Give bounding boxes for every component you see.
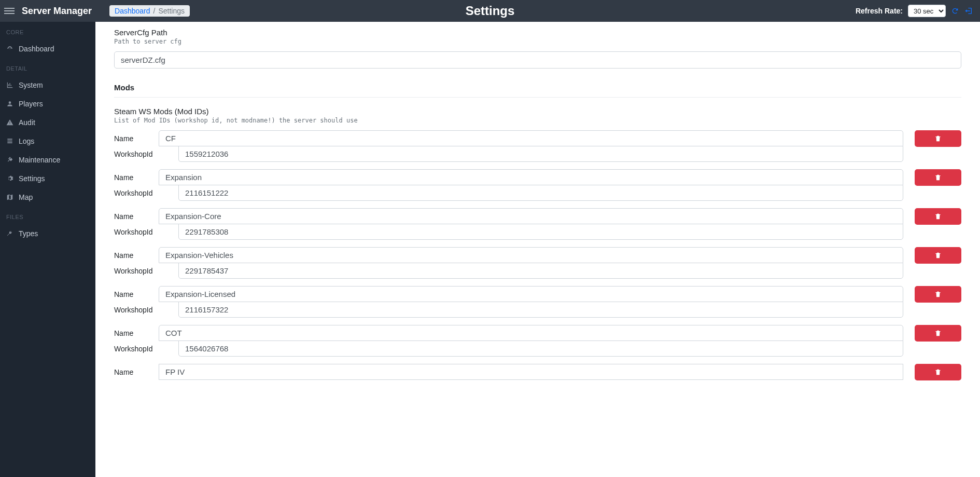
- breadcrumb-sep: /: [150, 7, 159, 15]
- sidebar-section-title: FILES: [0, 207, 95, 224]
- logout-icon[interactable]: [964, 7, 973, 15]
- mod-name-input[interactable]: [159, 247, 903, 263]
- mod-name-row: Name: [114, 247, 903, 263]
- mod-fields: Name: [114, 364, 903, 380]
- mods-section-title: Mods: [114, 83, 961, 92]
- delete-mod-button[interactable]: [915, 364, 961, 380]
- topbar: Server Manager Dashboard / Settings Sett…: [0, 0, 980, 22]
- mod-id-input[interactable]: [178, 302, 903, 318]
- sidebar-item-label: System: [19, 81, 43, 89]
- menu-toggle[interactable]: [4, 6, 15, 16]
- mod-name-label: Name: [114, 290, 159, 298]
- sidebar-section-title: CORE: [0, 22, 95, 39]
- sidebar-item-audit[interactable]: Audit: [0, 113, 95, 132]
- mod-id-label: WorkshopId: [114, 189, 159, 197]
- mod-id-row: WorkshopId: [114, 146, 903, 162]
- mod-id-input[interactable]: [178, 146, 903, 162]
- delete-mod-button[interactable]: [915, 325, 961, 342]
- servercfg-input[interactable]: [114, 51, 961, 69]
- mod-name-input[interactable]: [159, 286, 903, 302]
- wrench-icon: [6, 230, 13, 237]
- sidebar-item-label: Settings: [19, 174, 45, 183]
- map-icon: [6, 194, 13, 201]
- brand: Server Manager: [22, 6, 92, 17]
- sidebar-item-label: Logs: [19, 137, 34, 145]
- sidebar-item-settings[interactable]: Settings: [0, 169, 95, 188]
- mod-row: NameWorkshopId: [114, 169, 961, 201]
- sidebar-item-system[interactable]: System: [0, 76, 95, 94]
- sidebar-item-maintenance[interactable]: Maintenance: [0, 151, 95, 169]
- sidebar: COREDashboardDETAILSystemPlayersAuditLog…: [0, 22, 95, 411]
- mod-id-input[interactable]: [178, 263, 903, 279]
- mod-fields: NameWorkshopId: [114, 130, 903, 162]
- tools-icon: [6, 156, 13, 163]
- mod-name-row: Name: [114, 325, 903, 341]
- mod-row: NameWorkshopId: [114, 325, 961, 357]
- page-title: Settings: [466, 4, 515, 18]
- mod-name-input[interactable]: [159, 208, 903, 224]
- mod-id-input[interactable]: [178, 185, 903, 201]
- sidebar-item-players[interactable]: Players: [0, 94, 95, 113]
- sidebar-item-label: Audit: [19, 118, 35, 127]
- mod-row: NameWorkshopId: [114, 247, 961, 279]
- refresh-rate-select[interactable]: 30 sec: [908, 5, 946, 17]
- mod-name-label: Name: [114, 212, 159, 221]
- servercfg-label: ServerCfg Path: [114, 28, 961, 37]
- mod-name-label: Name: [114, 329, 159, 337]
- refresh-rate-label: Refresh Rate:: [856, 7, 903, 15]
- delete-mod-button[interactable]: [915, 247, 961, 264]
- section-divider: [114, 97, 961, 98]
- delete-mod-button[interactable]: [915, 286, 961, 303]
- mod-name-row: Name: [114, 208, 903, 224]
- refresh-icon[interactable]: [951, 7, 959, 15]
- mod-id-row: WorkshopId: [114, 340, 903, 357]
- mod-id-row: WorkshopId: [114, 263, 903, 279]
- mod-id-label: WorkshopId: [114, 306, 159, 314]
- mod-name-label: Name: [114, 251, 159, 260]
- steam-mods-field: Steam WS Mods (Mod IDs) List of Mod IDs …: [114, 107, 961, 380]
- mod-fields: NameWorkshopId: [114, 169, 903, 201]
- mod-name-input[interactable]: [159, 325, 903, 341]
- mod-name-label: Name: [114, 368, 159, 376]
- sidebar-item-label: Types: [19, 229, 38, 238]
- mod-name-input[interactable]: [159, 169, 903, 185]
- sidebar-item-dashboard[interactable]: Dashboard: [0, 39, 95, 58]
- sidebar-item-label: Players: [19, 100, 43, 108]
- mod-list: NameWorkshopIdNameWorkshopIdNameWorkshop…: [114, 130, 961, 380]
- delete-mod-button[interactable]: [915, 208, 961, 225]
- list-icon: [6, 138, 13, 145]
- mod-id-label: WorkshopId: [114, 345, 159, 353]
- sidebar-item-map[interactable]: Map: [0, 188, 95, 207]
- delete-mod-button[interactable]: [915, 130, 961, 147]
- breadcrumb-root[interactable]: Dashboard: [115, 7, 150, 15]
- mod-id-label: WorkshopId: [114, 150, 159, 158]
- mod-name-input[interactable]: [159, 130, 903, 146]
- mod-id-row: WorkshopId: [114, 224, 903, 240]
- sidebar-item-logs[interactable]: Logs: [0, 132, 95, 151]
- mod-name-label: Name: [114, 134, 159, 143]
- servercfg-desc: Path to server cfg: [114, 38, 961, 45]
- mod-fields: NameWorkshopId: [114, 286, 903, 318]
- steam-mods-desc: List of Mod IDs (workshop id, not modnam…: [114, 117, 961, 124]
- sidebar-item-types[interactable]: Types: [0, 224, 95, 243]
- servercfg-field: ServerCfg Path Path to server cfg: [114, 28, 961, 69]
- cogs-icon: [6, 175, 13, 182]
- mod-id-row: WorkshopId: [114, 185, 903, 201]
- mod-id-label: WorkshopId: [114, 228, 159, 236]
- mod-name-input[interactable]: [159, 364, 903, 380]
- mod-name-label: Name: [114, 173, 159, 182]
- mod-fields: NameWorkshopId: [114, 325, 903, 357]
- breadcrumb-current: Settings: [158, 7, 185, 15]
- sidebar-item-label: Maintenance: [19, 156, 60, 164]
- delete-mod-button[interactable]: [915, 169, 961, 186]
- chart-icon: [6, 81, 13, 89]
- mod-row: Name: [114, 364, 961, 380]
- mod-id-input[interactable]: [178, 224, 903, 240]
- steam-mods-label: Steam WS Mods (Mod IDs): [114, 107, 961, 116]
- user-icon: [6, 100, 13, 107]
- sidebar-section-title: DETAIL: [0, 58, 95, 76]
- dashboard-icon: [6, 45, 13, 52]
- mod-fields: NameWorkshopId: [114, 208, 903, 240]
- mod-id-input[interactable]: [178, 340, 903, 357]
- mod-row: NameWorkshopId: [114, 130, 961, 162]
